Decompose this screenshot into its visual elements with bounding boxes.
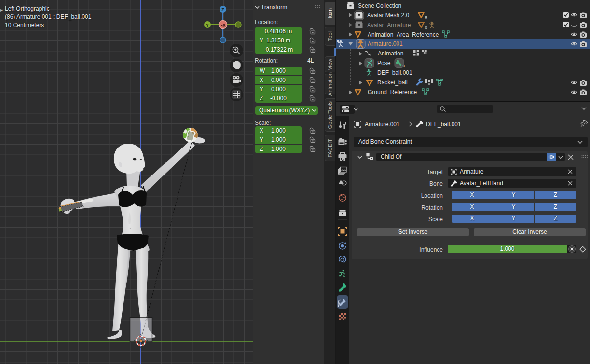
- svg-text:Z: Z: [221, 7, 224, 12]
- svg-text:-X: -X: [221, 23, 226, 27]
- svg-text:Y: Y: [206, 23, 209, 27]
